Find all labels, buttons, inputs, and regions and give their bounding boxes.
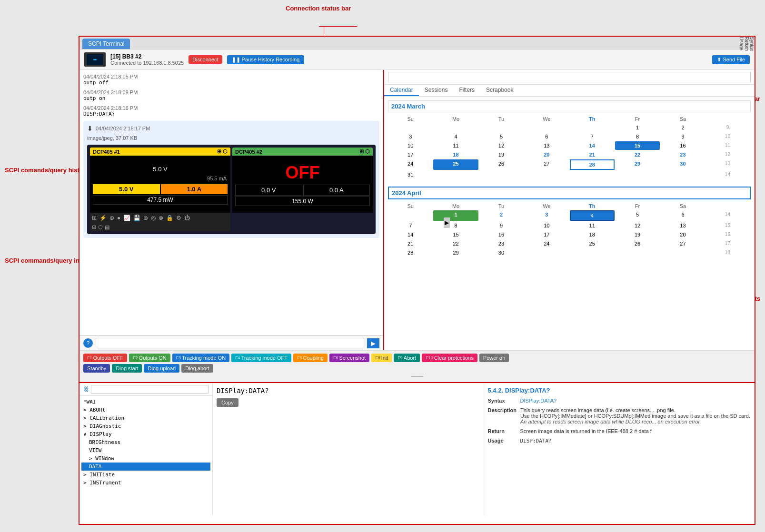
shortcut-f9[interactable]: F9 Abort <box>394 354 420 362</box>
march-d-16[interactable]: 16 <box>660 141 705 150</box>
pause-history-button[interactable]: ❚❚ Pause History Recording <box>227 55 305 64</box>
tree-item-diagnostic[interactable]: > DIAGnostic <box>81 422 210 430</box>
march-d-30[interactable]: 30 <box>660 159 705 170</box>
april-d-16[interactable]: 16 <box>479 230 524 239</box>
march-d-29[interactable]: 29 <box>615 159 660 170</box>
shortcut-f1[interactable]: F1 Outputs OFF <box>83 354 127 362</box>
march-d-10[interactable]: 10 <box>388 141 433 150</box>
tree-item-window[interactable]: > WINdow <box>81 454 210 463</box>
march-d-26[interactable]: 26 <box>479 159 524 170</box>
march-d-2[interactable]: 2 <box>660 123 705 132</box>
april-d-8[interactable]: 8 <box>433 221 478 230</box>
dcp1-bot-3[interactable]: ▤ <box>105 224 109 230</box>
shortcut-f8[interactable]: F8 Init <box>371 354 392 362</box>
march-d-13[interactable]: 13 <box>524 141 569 150</box>
dcp1-ctrl-2[interactable]: ⚡ <box>99 215 107 221</box>
dcp1-ctrl-10[interactable]: 🔒 <box>166 215 173 221</box>
dcp1-bot-1[interactable]: ⊞ <box>92 224 96 230</box>
shortcut-f6[interactable]: F6 Screenshot <box>329 354 369 362</box>
april-d-10[interactable]: 10 <box>524 221 569 230</box>
april-d-6[interactable]: 6 <box>660 210 705 221</box>
march-d-11[interactable]: 11 <box>433 141 478 150</box>
sidebar-tab-sessions[interactable]: Sessions <box>419 85 454 96</box>
march-d-31[interactable]: 31 <box>388 170 433 179</box>
april-d-21[interactable]: 21 <box>388 239 433 248</box>
dcp1-ctrl-9[interactable]: ⊗ <box>159 215 163 221</box>
april-d-18[interactable]: 18 <box>570 230 615 239</box>
march-d-14[interactable]: 14 <box>570 141 615 150</box>
shortcut-standby[interactable]: Standby <box>83 364 110 373</box>
april-d-12[interactable]: 12 <box>615 221 660 230</box>
march-d-8[interactable]: 8 <box>615 132 660 141</box>
shortcut-f4[interactable]: F4 Tracking mode OFF <box>231 354 291 362</box>
april-d-7[interactable]: 7 <box>388 221 433 230</box>
shortcut-f2[interactable]: F2 Outputs ON <box>129 354 170 362</box>
april-d-3[interactable]: 3 <box>524 210 569 221</box>
march-d-23[interactable]: 23 <box>660 150 705 159</box>
copy-button[interactable]: Copy <box>217 398 238 407</box>
tree-item-calibration[interactable]: > CALibration <box>81 414 210 422</box>
dcp1-ctrl-12[interactable]: ⏻ <box>184 215 190 221</box>
march-d-27[interactable]: 27 <box>524 159 569 170</box>
march-d-22[interactable]: 22 <box>615 150 660 159</box>
dcp1-ctrl-6[interactable]: 💾 <box>133 215 140 221</box>
tree-item-display[interactable]: ∨ DISPlay <box>81 430 210 438</box>
shortcut-dlog-upload[interactable]: Dlog upload <box>144 364 179 373</box>
sidebar-tab-filters[interactable]: Filters <box>453 85 480 96</box>
shortcut-dlog-abort[interactable]: Dlog abort <box>181 364 213 373</box>
resize-handle[interactable]: ━━━━━ <box>83 374 751 379</box>
shortcut-f3[interactable]: F3 Tracking mode ON <box>172 354 229 362</box>
dcp1-ctrl-4[interactable]: ● <box>117 215 120 221</box>
april-d-25[interactable]: 25 <box>570 239 615 248</box>
march-d-9[interactable]: 9 <box>660 132 705 141</box>
march-d-3[interactable]: 3 <box>388 132 433 141</box>
shortcut-f10[interactable]: F10 Clear protections <box>422 354 477 362</box>
april-d-11[interactable]: 11 <box>570 221 615 230</box>
dcp1-bot-2[interactable]: ⬡ <box>98 224 103 230</box>
april-d-22[interactable]: 22 <box>433 239 478 248</box>
send-command-button[interactable]: ▶ <box>367 338 379 348</box>
april-d-14[interactable]: 14 <box>388 230 433 239</box>
scpi-terminal-tab[interactable]: SCPI Terminal <box>82 39 130 49</box>
april-d-24[interactable]: 24 <box>524 239 569 248</box>
shortcut-dlog-start[interactable]: Dlog start <box>112 364 142 373</box>
april-d-27[interactable]: 27 <box>660 239 705 248</box>
april-d-20[interactable]: 20 <box>660 230 705 239</box>
march-d-4[interactable]: 4 <box>433 132 478 141</box>
tree-item-view[interactable]: VIEW <box>81 446 210 454</box>
tree-item-instrument[interactable]: > INSTrument <box>81 479 210 487</box>
sidebar-tab-calendar[interactable]: Calendar <box>384 85 419 96</box>
dcp1-ctrl-3[interactable]: ⊕ <box>109 215 114 221</box>
march-d-1[interactable]: 1 <box>615 123 660 132</box>
march-d-7[interactable]: 7 <box>570 132 615 141</box>
march-d-15[interactable]: 15 <box>615 141 660 150</box>
march-d-24[interactable]: 24 <box>388 159 433 170</box>
april-d-19[interactable]: 19 <box>615 230 660 239</box>
march-d-5[interactable]: 5 <box>479 132 524 141</box>
april-d-1[interactable]: 1 <box>433 210 478 221</box>
april-d-4[interactable]: 4 <box>570 210 615 221</box>
tree-item-abort[interactable]: > ABORt <box>81 406 210 414</box>
dcp1-ctrl-7[interactable]: ⊛ <box>143 215 148 221</box>
tree-item-data[interactable]: DATA <box>81 463 210 471</box>
march-d-6[interactable]: 6 <box>524 132 569 141</box>
sidebar-search-input[interactable] <box>388 72 751 82</box>
april-d-26[interactable]: 26 <box>615 239 660 248</box>
dcp1-ctrl-5[interactable]: 📈 <box>123 215 130 221</box>
dcp1-ctrl-1[interactable]: ⊞ <box>92 215 97 221</box>
march-d-20[interactable]: 20 <box>524 150 569 159</box>
help-search-input[interactable] <box>91 385 209 394</box>
expand-button[interactable]: ▶ <box>444 217 450 228</box>
april-d-30[interactable]: 30 <box>479 248 524 257</box>
march-d-17[interactable]: 17 <box>388 150 433 159</box>
april-d-29[interactable]: 29 <box>433 248 478 257</box>
march-d-25[interactable]: 25 <box>433 159 478 170</box>
march-d-18[interactable]: 18 <box>433 150 478 159</box>
april-d-23[interactable]: 23 <box>479 239 524 248</box>
march-d-21[interactable]: 21 <box>570 150 615 159</box>
april-d-17[interactable]: 17 <box>524 230 569 239</box>
april-d-2[interactable]: 2 <box>479 210 524 221</box>
april-d-5[interactable]: 5 <box>615 210 660 221</box>
march-d-28[interactable]: 28 <box>570 159 615 170</box>
disconnect-button[interactable]: Disconnect <box>189 55 222 64</box>
